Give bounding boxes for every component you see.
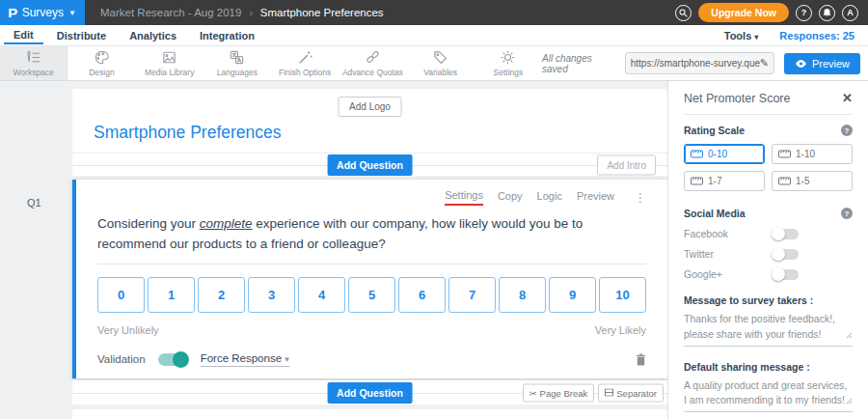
trash-icon: [636, 353, 646, 366]
tab-copy[interactable]: Copy: [498, 190, 523, 205]
nps-right-label: Very Likely: [595, 324, 646, 336]
more-options-icon[interactable]: ⋮: [635, 191, 646, 205]
eye-icon: [795, 60, 807, 68]
survey-header-card: Add Logo Smartphone Preferences: [72, 89, 667, 153]
avatar[interactable]: A: [842, 5, 858, 21]
breadcrumb: Market Research - Aug 2019 › Smartphone …: [100, 7, 384, 18]
toolbar-item-settings[interactable]: Settings: [475, 46, 542, 80]
add-question-row-top: Add Question Add Intro: [72, 153, 667, 176]
help-icon[interactable]: ?: [841, 125, 853, 136]
nps-option-6[interactable]: 6: [398, 277, 446, 313]
logo-text: Surveys: [22, 6, 64, 19]
nps-option-4[interactable]: 4: [298, 277, 345, 313]
scale-option-0-10[interactable]: 0-10: [684, 144, 765, 164]
message-to-takers-textarea[interactable]: Thanks for the positive feedback!, pleas…: [684, 312, 853, 347]
tab-logic[interactable]: Logic: [537, 190, 562, 205]
toolbar-item-design[interactable]: Design: [68, 46, 135, 80]
survey-canvas: Q1 Add Logo Smartphone Preferences Add Q…: [0, 81, 667, 419]
tab-preview[interactable]: Preview: [577, 190, 614, 205]
validation-type-dropdown[interactable]: Force Response ▾: [201, 352, 289, 367]
toolbar-right: All changes saved ✎ Preview: [542, 46, 868, 80]
nps-option-0[interactable]: 0: [97, 277, 145, 313]
nps-option-9[interactable]: 9: [549, 277, 596, 313]
tools-dropdown[interactable]: Tools ▾: [724, 30, 759, 42]
scale-icon: [691, 177, 703, 185]
add-question-row-bottom: Add Question ✂Page Break Separator: [72, 380, 667, 405]
chevron-down-icon: ▾: [285, 354, 289, 364]
default-sharing-textarea[interactable]: A quality product and great services, I …: [684, 378, 853, 413]
validation-label: Validation: [97, 353, 146, 365]
chevron-down-icon: ▾: [754, 33, 758, 42]
social-row-twitter: Twitter: [684, 248, 853, 260]
resize-handle-icon[interactable]: [846, 394, 853, 409]
upgrade-now-button[interactable]: Upgrade Now: [698, 3, 789, 22]
topbar-actions: Upgrade Now ? A: [675, 3, 868, 22]
default-sharing-label: Default sharing message :: [684, 361, 853, 373]
nps-option-7[interactable]: 7: [448, 277, 496, 313]
nps-option-1[interactable]: 1: [148, 277, 195, 313]
social-row-facebook: Facebook: [684, 228, 853, 239]
resize-handle-icon[interactable]: [846, 328, 853, 344]
help-button[interactable]: ?: [796, 5, 812, 21]
tab-settings[interactable]: Settings: [445, 189, 483, 206]
delete-question-button[interactable]: [636, 353, 646, 366]
survey-url-input[interactable]: [631, 58, 760, 69]
nps-option-3[interactable]: 3: [248, 277, 295, 313]
search-button[interactable]: [675, 5, 692, 21]
separator-button[interactable]: Separator: [598, 383, 664, 402]
page-break-button[interactable]: ✂Page Break: [523, 383, 595, 402]
notifications-button[interactable]: [819, 5, 835, 21]
divider: [684, 114, 853, 115]
survey-url-box: ✎: [625, 52, 774, 74]
add-intro-button[interactable]: Add Intro: [597, 154, 656, 175]
app-logo-menu[interactable]: P Surveys ▼: [0, 0, 85, 25]
menu-item-integration[interactable]: Integration: [190, 27, 264, 43]
scale-option-1-7[interactable]: 1-7: [684, 171, 765, 191]
toolbar-item-advance-quotas[interactable]: Advance Quotas: [339, 46, 406, 80]
scale-option-1-10[interactable]: 1-10: [772, 144, 853, 164]
add-logo-button[interactable]: Add Logo: [338, 97, 402, 117]
nps-option-2[interactable]: 2: [198, 277, 245, 313]
scale-option-1-5[interactable]: 1-5: [772, 171, 853, 191]
toolbar: Workspace Design Media Library Languages…: [0, 46, 868, 81]
validation-toggle[interactable]: [158, 353, 188, 366]
preview-button[interactable]: Preview: [784, 53, 860, 74]
next-section-card: [72, 409, 667, 419]
twitter-toggle[interactable]: [773, 249, 799, 260]
add-question-button-top[interactable]: Add Question: [327, 154, 413, 176]
add-question-button-bottom[interactable]: Add Question: [327, 382, 413, 404]
panel-title: Net Promoter Score: [684, 92, 790, 105]
toolbar-item-media-library[interactable]: Media Library: [136, 46, 203, 80]
nps-option-5[interactable]: 5: [348, 277, 395, 313]
facebook-toggle[interactable]: [773, 229, 799, 239]
nps-scale: 0 1 2 3 4 5 6 7 8 9 10: [97, 277, 646, 313]
googleplus-toggle[interactable]: [773, 269, 799, 280]
message-to-takers-label: Message to survey takers :: [684, 294, 853, 306]
breadcrumb-parent[interactable]: Market Research - Aug 2019: [100, 7, 241, 18]
responses-link[interactable]: Responses: 25: [779, 30, 854, 42]
rating-scale-label: Rating Scale: [684, 125, 745, 136]
menu-item-edit[interactable]: Edit: [4, 26, 43, 44]
scale-icon: [778, 150, 791, 158]
survey-title[interactable]: Smartphone Preferences: [94, 123, 282, 143]
tag-icon: [432, 49, 448, 66]
nps-option-10[interactable]: 10: [599, 277, 646, 313]
question-tabs: Settings Copy Logic Preview ⋮: [97, 189, 646, 206]
menu-item-analytics[interactable]: Analytics: [120, 27, 186, 43]
question-text-editor[interactable]: Considering your complete experience wit…: [97, 214, 646, 265]
questionpro-logo-icon: P: [8, 6, 17, 20]
chain-links-icon: [365, 49, 381, 66]
topbar: P Surveys ▼ Market Research - Aug 2019 ›…: [0, 0, 868, 25]
social-row-googleplus: Google+: [684, 268, 853, 280]
menubar: Edit Distribute Analytics Integration To…: [0, 25, 868, 46]
scale-icon: [691, 150, 703, 158]
close-icon[interactable]: ✕: [842, 91, 853, 105]
toolbar-item-languages[interactable]: Languages: [203, 46, 271, 80]
toolbar-item-workspace[interactable]: Workspace: [0, 46, 68, 80]
edit-url-pencil-icon[interactable]: ✎: [760, 57, 769, 70]
help-icon[interactable]: ?: [841, 208, 853, 219]
toolbar-item-finish-options[interactable]: Finish Options: [271, 46, 339, 80]
nps-option-8[interactable]: 8: [499, 277, 546, 313]
toolbar-item-variables[interactable]: Variables: [407, 46, 475, 80]
menu-item-distribute[interactable]: Distribute: [47, 27, 116, 43]
